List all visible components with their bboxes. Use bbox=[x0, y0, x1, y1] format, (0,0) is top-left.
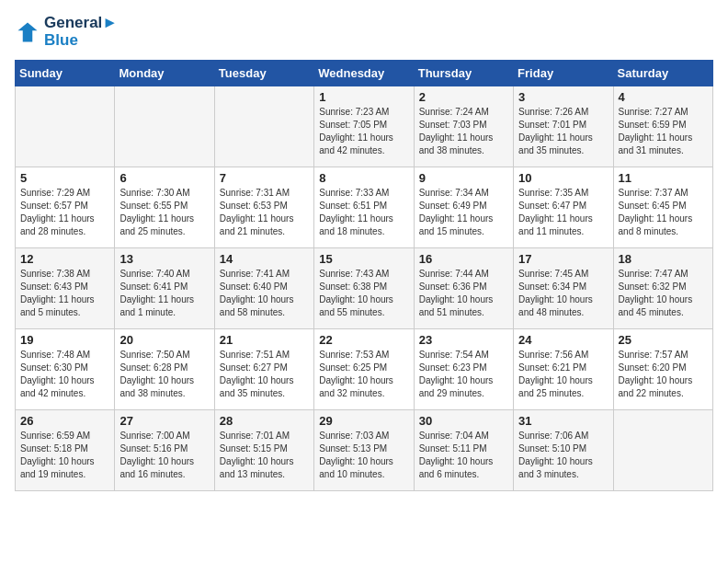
logo: General►Blue bbox=[15, 15, 118, 49]
day-cell: 6Sunrise: 7:30 AM Sunset: 6:55 PM Daylig… bbox=[115, 167, 214, 248]
day-number: 12 bbox=[20, 252, 109, 266]
day-cell: 9Sunrise: 7:34 AM Sunset: 6:49 PM Daylig… bbox=[414, 167, 513, 248]
day-number: 28 bbox=[220, 414, 309, 428]
day-cell: 4Sunrise: 7:27 AM Sunset: 6:59 PM Daylig… bbox=[613, 86, 712, 167]
day-number: 11 bbox=[619, 171, 708, 185]
week-row-4: 19Sunrise: 7:48 AM Sunset: 6:30 PM Dayli… bbox=[16, 329, 713, 410]
day-cell: 1Sunrise: 7:23 AM Sunset: 7:05 PM Daylig… bbox=[314, 86, 414, 167]
day-cell: 8Sunrise: 7:33 AM Sunset: 6:51 PM Daylig… bbox=[314, 167, 414, 248]
day-info: Sunrise: 7:43 AM Sunset: 6:38 PM Dayligh… bbox=[319, 268, 408, 319]
day-info: Sunrise: 7:57 AM Sunset: 6:20 PM Dayligh… bbox=[619, 349, 708, 400]
calendar-table: SundayMondayTuesdayWednesdayThursdayFrid… bbox=[15, 60, 713, 491]
day-info: Sunrise: 7:03 AM Sunset: 5:13 PM Dayligh… bbox=[319, 430, 408, 481]
day-number: 25 bbox=[619, 333, 708, 347]
day-number: 8 bbox=[319, 171, 408, 185]
day-number: 29 bbox=[319, 414, 408, 428]
day-info: Sunrise: 7:00 AM Sunset: 5:16 PM Dayligh… bbox=[119, 430, 209, 481]
day-cell bbox=[16, 86, 115, 167]
day-cell: 26Sunrise: 6:59 AM Sunset: 5:18 PM Dayli… bbox=[16, 410, 115, 491]
day-info: Sunrise: 7:38 AM Sunset: 6:43 PM Dayligh… bbox=[20, 268, 109, 319]
svg-marker-0 bbox=[18, 22, 38, 41]
col-header-monday: Monday bbox=[115, 61, 214, 86]
day-info: Sunrise: 7:27 AM Sunset: 6:59 PM Dayligh… bbox=[619, 106, 708, 157]
day-cell: 10Sunrise: 7:35 AM Sunset: 6:47 PM Dayli… bbox=[514, 167, 613, 248]
day-cell bbox=[613, 410, 712, 491]
day-number: 14 bbox=[220, 252, 309, 266]
day-number: 2 bbox=[419, 90, 508, 104]
day-cell: 13Sunrise: 7:40 AM Sunset: 6:41 PM Dayli… bbox=[115, 248, 214, 329]
day-info: Sunrise: 7:45 AM Sunset: 6:34 PM Dayligh… bbox=[518, 268, 608, 319]
day-info: Sunrise: 7:40 AM Sunset: 6:41 PM Dayligh… bbox=[119, 268, 209, 319]
day-number: 17 bbox=[518, 252, 608, 266]
day-info: Sunrise: 7:34 AM Sunset: 6:49 PM Dayligh… bbox=[419, 187, 508, 238]
day-cell: 28Sunrise: 7:01 AM Sunset: 5:15 PM Dayli… bbox=[214, 410, 313, 491]
day-info: Sunrise: 7:31 AM Sunset: 6:53 PM Dayligh… bbox=[220, 187, 309, 238]
day-info: Sunrise: 7:50 AM Sunset: 6:28 PM Dayligh… bbox=[119, 349, 209, 400]
day-info: Sunrise: 7:56 AM Sunset: 6:21 PM Dayligh… bbox=[518, 349, 608, 400]
day-cell bbox=[214, 86, 313, 167]
day-info: Sunrise: 7:44 AM Sunset: 6:36 PM Dayligh… bbox=[419, 268, 508, 319]
day-number: 16 bbox=[419, 252, 508, 266]
day-cell: 18Sunrise: 7:47 AM Sunset: 6:32 PM Dayli… bbox=[613, 248, 712, 329]
day-info: Sunrise: 7:26 AM Sunset: 7:01 PM Dayligh… bbox=[518, 106, 608, 157]
day-number: 10 bbox=[518, 171, 608, 185]
day-cell: 27Sunrise: 7:00 AM Sunset: 5:16 PM Dayli… bbox=[115, 410, 214, 491]
day-number: 3 bbox=[518, 90, 608, 104]
day-number: 9 bbox=[419, 171, 508, 185]
col-header-sunday: Sunday bbox=[16, 61, 115, 86]
day-cell: 24Sunrise: 7:56 AM Sunset: 6:21 PM Dayli… bbox=[514, 329, 613, 410]
day-info: Sunrise: 7:51 AM Sunset: 6:27 PM Dayligh… bbox=[220, 349, 309, 400]
day-cell: 22Sunrise: 7:53 AM Sunset: 6:25 PM Dayli… bbox=[314, 329, 414, 410]
day-info: Sunrise: 7:48 AM Sunset: 6:30 PM Dayligh… bbox=[20, 349, 109, 400]
day-cell: 5Sunrise: 7:29 AM Sunset: 6:57 PM Daylig… bbox=[16, 167, 115, 248]
day-info: Sunrise: 7:23 AM Sunset: 7:05 PM Dayligh… bbox=[319, 106, 408, 157]
logo-text: General►Blue bbox=[44, 15, 118, 49]
col-header-friday: Friday bbox=[514, 61, 613, 86]
day-number: 21 bbox=[220, 333, 309, 347]
day-number: 15 bbox=[319, 252, 408, 266]
day-number: 19 bbox=[20, 333, 109, 347]
day-cell: 23Sunrise: 7:54 AM Sunset: 6:23 PM Dayli… bbox=[414, 329, 513, 410]
day-info: Sunrise: 7:53 AM Sunset: 6:25 PM Dayligh… bbox=[319, 349, 408, 400]
day-number: 24 bbox=[518, 333, 608, 347]
day-cell: 11Sunrise: 7:37 AM Sunset: 6:45 PM Dayli… bbox=[613, 167, 712, 248]
day-info: Sunrise: 7:54 AM Sunset: 6:23 PM Dayligh… bbox=[419, 349, 508, 400]
day-number: 27 bbox=[119, 414, 209, 428]
day-info: Sunrise: 7:47 AM Sunset: 6:32 PM Dayligh… bbox=[619, 268, 708, 319]
day-cell: 25Sunrise: 7:57 AM Sunset: 6:20 PM Dayli… bbox=[613, 329, 712, 410]
day-number: 30 bbox=[419, 414, 508, 428]
col-header-thursday: Thursday bbox=[414, 61, 513, 86]
week-row-5: 26Sunrise: 6:59 AM Sunset: 5:18 PM Dayli… bbox=[16, 410, 713, 491]
day-number: 26 bbox=[20, 414, 109, 428]
day-number: 13 bbox=[119, 252, 209, 266]
col-header-wednesday: Wednesday bbox=[314, 61, 414, 86]
day-cell: 12Sunrise: 7:38 AM Sunset: 6:43 PM Dayli… bbox=[16, 248, 115, 329]
day-number: 1 bbox=[319, 90, 408, 104]
day-cell: 17Sunrise: 7:45 AM Sunset: 6:34 PM Dayli… bbox=[514, 248, 613, 329]
day-info: Sunrise: 7:37 AM Sunset: 6:45 PM Dayligh… bbox=[619, 187, 708, 238]
page-header: General►Blue bbox=[15, 15, 713, 49]
day-number: 20 bbox=[119, 333, 209, 347]
logo-icon bbox=[15, 19, 40, 45]
day-info: Sunrise: 7:06 AM Sunset: 5:10 PM Dayligh… bbox=[518, 430, 608, 481]
day-cell: 16Sunrise: 7:44 AM Sunset: 6:36 PM Dayli… bbox=[414, 248, 513, 329]
day-cell: 3Sunrise: 7:26 AM Sunset: 7:01 PM Daylig… bbox=[514, 86, 613, 167]
day-number: 7 bbox=[220, 171, 309, 185]
day-number: 4 bbox=[619, 90, 708, 104]
day-cell: 2Sunrise: 7:24 AM Sunset: 7:03 PM Daylig… bbox=[414, 86, 513, 167]
day-number: 31 bbox=[518, 414, 608, 428]
col-header-tuesday: Tuesday bbox=[214, 61, 313, 86]
week-row-1: 1Sunrise: 7:23 AM Sunset: 7:05 PM Daylig… bbox=[16, 86, 713, 167]
day-info: Sunrise: 7:24 AM Sunset: 7:03 PM Dayligh… bbox=[419, 106, 508, 157]
day-cell: 14Sunrise: 7:41 AM Sunset: 6:40 PM Dayli… bbox=[214, 248, 313, 329]
day-info: Sunrise: 6:59 AM Sunset: 5:18 PM Dayligh… bbox=[20, 430, 109, 481]
day-number: 5 bbox=[20, 171, 109, 185]
day-cell: 31Sunrise: 7:06 AM Sunset: 5:10 PM Dayli… bbox=[514, 410, 613, 491]
day-info: Sunrise: 7:33 AM Sunset: 6:51 PM Dayligh… bbox=[319, 187, 408, 238]
day-cell: 30Sunrise: 7:04 AM Sunset: 5:11 PM Dayli… bbox=[414, 410, 513, 491]
day-number: 18 bbox=[619, 252, 708, 266]
day-info: Sunrise: 7:30 AM Sunset: 6:55 PM Dayligh… bbox=[119, 187, 209, 238]
week-row-3: 12Sunrise: 7:38 AM Sunset: 6:43 PM Dayli… bbox=[16, 248, 713, 329]
day-info: Sunrise: 7:41 AM Sunset: 6:40 PM Dayligh… bbox=[220, 268, 309, 319]
day-cell: 15Sunrise: 7:43 AM Sunset: 6:38 PM Dayli… bbox=[314, 248, 414, 329]
